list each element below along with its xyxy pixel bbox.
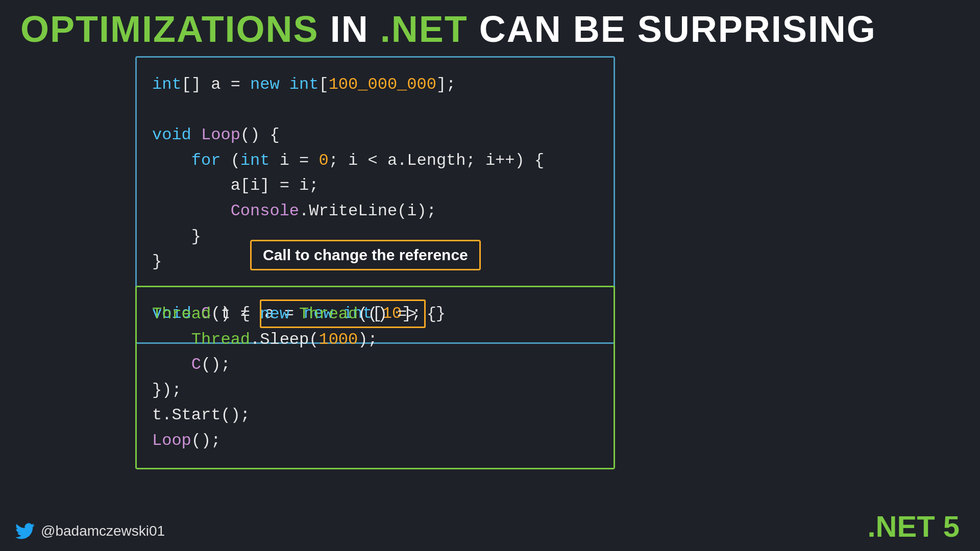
code-box-bottom: Thread t = new Thread(() => { Thread.Sle…: [135, 286, 615, 469]
page-title: OPTIMIZATIONS IN .NET CAN BE SURPRISING: [20, 9, 876, 49]
code-bottom: Thread t = new Thread(() => { Thread.Sle…: [152, 302, 598, 454]
title-rest: CAN BE SURPRISING: [468, 9, 876, 49]
callout-text: Call to change the reference: [263, 246, 468, 263]
twitter-handle: @badamczewski01: [15, 521, 165, 541]
title-dotnet: .NET: [380, 9, 468, 49]
title-in: IN: [319, 9, 380, 49]
twitter-icon: [15, 521, 35, 541]
twitter-username: @badamczewski01: [41, 523, 165, 539]
net-badge-text: .NET 5: [868, 510, 960, 543]
callout-box: Call to change the reference: [250, 240, 481, 270]
net-badge: .NET 5: [868, 509, 960, 543]
title-optimizations: OPTIMIZATIONS: [20, 9, 319, 49]
